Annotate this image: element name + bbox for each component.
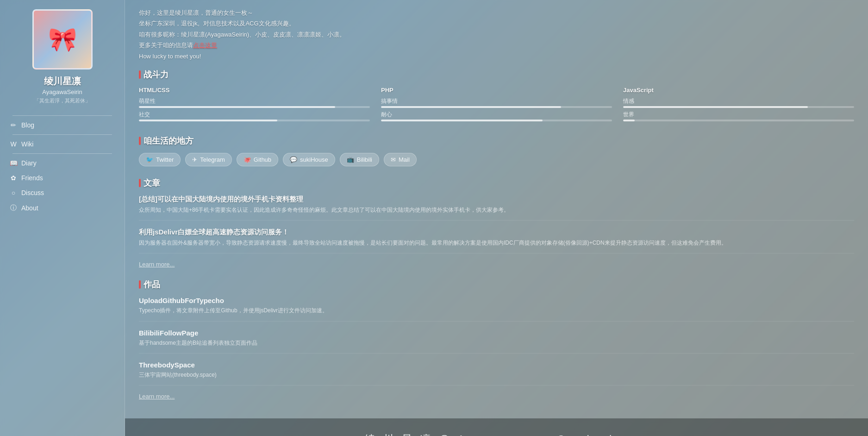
- articles-section: 文章 [总结]可以在中国大陆境内使用的境外手机卡资料整理 众所周知，中国大陆+8…: [139, 177, 854, 268]
- twitter-label: Twitter: [156, 156, 174, 163]
- github-icon: 🐙: [244, 156, 251, 163]
- sidebar-label-diary: Diary: [21, 159, 37, 167]
- github-label: Github: [254, 156, 271, 163]
- intro-link[interactable]: 点击这里: [193, 42, 217, 49]
- skill-bar-fill-2-0: [623, 106, 808, 108]
- footer: 绫 川 星 凛 @ A y a g a w a S e i r i n 一 切 …: [125, 418, 868, 436]
- wiki-icon: W: [9, 140, 18, 148]
- article-item-1: 利用jsDelivr白嫖全球超高速静态资源访问服务！ 因为服务器在国外&服务器带…: [139, 228, 854, 253]
- avatar-emoji: 🎀: [48, 26, 77, 53]
- footer-name: 绫 川 星 凛 @ A y a g a w a S e i r i n: [134, 432, 859, 436]
- social-title: 咱生活的地方: [139, 135, 854, 146]
- sidebar-item-about[interactable]: ⓘ About: [0, 200, 125, 216]
- article-desc-0: 众所周知，中国大陆+86手机卡需要实名认证，因此造成许多奇奇怪怪的麻烦。此文章总…: [139, 206, 854, 215]
- sidebar-item-wiki[interactable]: W Wiki: [0, 137, 125, 152]
- social-links: 🐦 Twitter ✈ Telegram 🐙 Github 💬 sukiHous…: [139, 153, 854, 166]
- sidebar-label-blog: Blog: [21, 121, 34, 129]
- diary-icon: 📖: [9, 159, 18, 167]
- sidebar: 🎀 绫川星凛 AyagawaSeirin 「其生若浮，其死若休」 ✏ Blog …: [0, 0, 125, 436]
- skill-name-2-1: 世界: [623, 111, 854, 119]
- mail-label: Mail: [399, 156, 410, 163]
- skill-bar-bg-1-0: [381, 106, 612, 108]
- skill-bar-bg-1-1: [381, 120, 612, 121]
- skill-bar-bg-2-1: [623, 120, 854, 121]
- intro-section: 你好，这里是绫川星凛，普通的女生一枚～ 坐标广东深圳，退役jk。对信息技术以及A…: [139, 7, 854, 62]
- social-btn-mail[interactable]: ✉ Mail: [384, 153, 417, 166]
- sidebar-item-blog[interactable]: ✏ Blog: [0, 118, 125, 133]
- bilibili-label: Bilibili: [357, 156, 372, 163]
- twitter-icon: 🐦: [146, 156, 153, 163]
- skill-bar-fill-0-1: [139, 120, 277, 121]
- work-desc-2: 三体宇宙网站(threebody.space): [139, 371, 854, 379]
- mail-icon: ✉: [391, 156, 396, 163]
- skill-bar-bg-0-0: [139, 106, 370, 108]
- social-btn-sukihouse[interactable]: 💬 sukiHouse: [283, 153, 335, 166]
- work-item-0: UploadGithubForTypecho Typecho插件，将文章附件上传…: [139, 297, 854, 321]
- skill-row-2-1: 世界: [623, 111, 854, 121]
- skill-bar-fill-2-1: [623, 120, 635, 121]
- bilibili-icon: 📺: [347, 156, 354, 163]
- article-item-0: [总结]可以在中国大陆境内使用的境外手机卡资料整理 众所周知，中国大陆+86手机…: [139, 195, 854, 221]
- skill-name-1-0: 搞事情: [381, 97, 612, 105]
- works-learn-more[interactable]: Learn more...: [139, 393, 854, 400]
- telegram-icon: ✈: [192, 156, 197, 163]
- skill-row-2-0: 情感: [623, 97, 854, 108]
- social-btn-telegram[interactable]: ✈ Telegram: [185, 153, 231, 166]
- social-btn-github[interactable]: 🐙 Github: [237, 153, 278, 166]
- sidebar-item-diary[interactable]: 📖 Diary: [0, 156, 125, 171]
- work-desc-1: 基于handsome主题的B站追番列表独立页面作品: [139, 339, 854, 348]
- skill-group-htmlcss: HTML/CSS 萌星性 社交: [139, 87, 370, 124]
- social-btn-twitter[interactable]: 🐦 Twitter: [139, 153, 181, 166]
- sidebar-item-discuss[interactable]: ○ Discuss: [0, 185, 125, 200]
- article-title-0[interactable]: [总结]可以在中国大陆境内使用的境外手机卡资料整理: [139, 195, 854, 204]
- user-subtitle: 「其生若浮，其死若休」: [34, 97, 90, 104]
- discuss-icon: ○: [9, 189, 18, 196]
- skills-title: 战斗力: [139, 69, 854, 80]
- intro-line5: How lucky to meet you!: [139, 51, 854, 62]
- skill-group-js: JavaScript 情感 世界: [623, 87, 854, 124]
- main-content: 你好，这里是绫川星凛，普通的女生一枚～ 坐标广东深圳，退役jk。对信息技术以及A…: [125, 0, 868, 418]
- work-item-1: BilibiliFollowPage 基于handsome主题的B站追番列表独立…: [139, 329, 854, 354]
- works-title: 作品: [139, 279, 854, 290]
- works-section: 作品 UploadGithubForTypecho Typecho插件，将文章附…: [139, 279, 854, 400]
- skill-name-0-1: 社交: [139, 111, 370, 119]
- skill-cat-js: JavaScript: [623, 87, 854, 94]
- work-title-2[interactable]: ThreebodySpace: [139, 361, 854, 369]
- sidebar-divider: [12, 115, 112, 116]
- skill-name-0-0: 萌星性: [139, 97, 370, 105]
- blog-icon: ✏: [9, 121, 18, 129]
- intro-line3: 咱有很多昵称：绫川星凛(AyagawaSeirin)、小皮、皮皮凛、凛凛凛姬、小…: [139, 29, 854, 40]
- skill-bar-bg-2-0: [623, 106, 854, 108]
- telegram-label: Telegram: [200, 156, 225, 163]
- skill-row-1-0: 搞事情: [381, 97, 612, 108]
- articles-learn-more[interactable]: Learn more...: [139, 261, 854, 268]
- sidebar-divider-3: [12, 153, 112, 154]
- sidebar-label-wiki: Wiki: [21, 140, 33, 148]
- skill-group-php: PHP 搞事情 耐心: [381, 87, 612, 124]
- sidebar-divider-2: [12, 134, 112, 135]
- work-desc-0: Typecho插件，将文章附件上传至Github，并使用jsDelivr进行文件…: [139, 306, 854, 315]
- about-icon: ⓘ: [9, 204, 18, 212]
- sidebar-label-about: About: [21, 204, 38, 212]
- social-btn-bilibili[interactable]: 📺 Bilibili: [340, 153, 379, 166]
- work-title-0[interactable]: UploadGithubForTypecho: [139, 297, 854, 304]
- user-name: 绫川星凛: [44, 75, 81, 88]
- article-title-1[interactable]: 利用jsDelivr白嫖全球超高速静态资源访问服务！: [139, 228, 854, 237]
- friends-icon: ✿: [9, 174, 18, 182]
- intro-line4: 更多关于咱的信息请点击这里: [139, 40, 854, 51]
- article-desc-1: 因为服务器在国外&服务器带宽小，导致静态资源请求速度慢，最终导致全站访问速度被拖…: [139, 239, 854, 247]
- work-title-1[interactable]: BilibiliFollowPage: [139, 329, 854, 337]
- page-wrapper: 🎀 绫川星凛 AyagawaSeirin 「其生若浮，其死若休」 ✏ Blog …: [0, 0, 868, 436]
- intro-line1: 你好，这里是绫川星凛，普通的女生一枚～: [139, 7, 854, 18]
- skill-name-2-0: 情感: [623, 97, 854, 105]
- skill-bar-fill-1-1: [381, 120, 543, 121]
- sidebar-item-friends[interactable]: ✿ Friends: [0, 171, 125, 185]
- skill-bar-fill-0-0: [139, 106, 335, 108]
- intro-line2: 坐标广东深圳，退役jk。对信息技术以及ACG文化感兴趣。: [139, 18, 854, 29]
- sidebar-label-discuss: Discuss: [21, 189, 44, 196]
- sukihouse-label: sukiHouse: [300, 156, 328, 163]
- articles-title: 文章: [139, 177, 854, 189]
- avatar: 🎀: [32, 9, 93, 70]
- skill-bar-bg-0-1: [139, 120, 370, 121]
- skill-bar-fill-1-0: [381, 106, 561, 108]
